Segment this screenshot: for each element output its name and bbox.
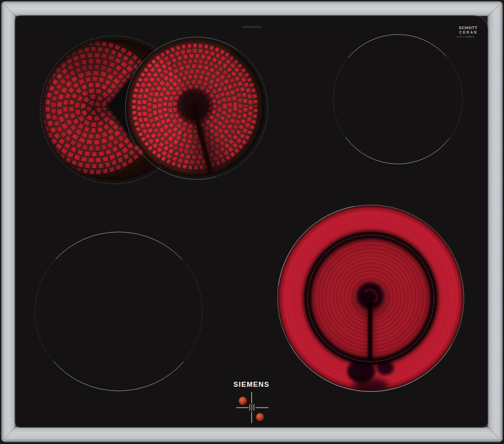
svg-text:SCHOTT: SCHOTT — [459, 25, 477, 30]
svg-text:EA64RGNA1E: EA64RGNA1E — [242, 25, 262, 29]
svg-text:SIEMENS: SIEMENS — [234, 381, 269, 388]
svg-text:SCHOTT CERAN M: SCHOTT CERAN M — [456, 36, 474, 38]
svg-text:CERAN: CERAN — [459, 30, 478, 34]
